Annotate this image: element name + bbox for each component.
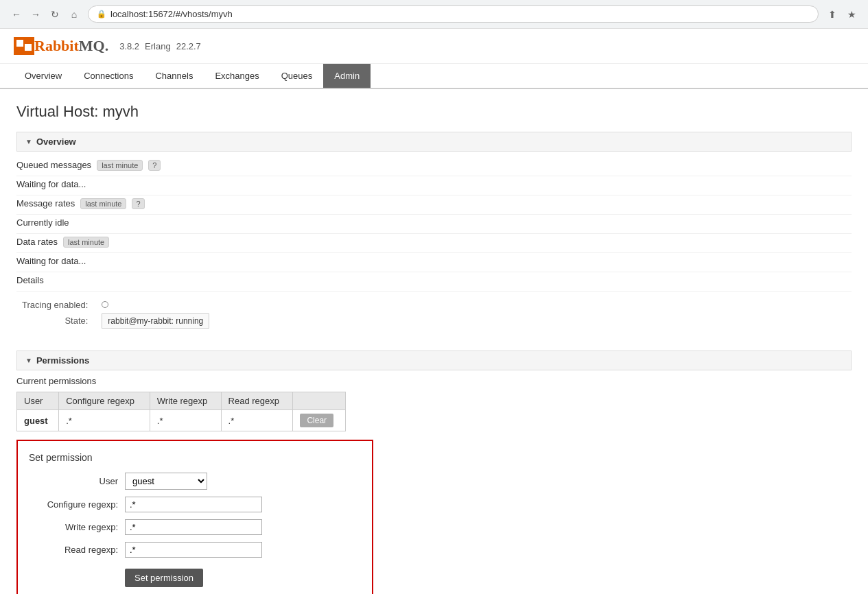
details-row: Details bbox=[16, 272, 852, 292]
data-rates-status: Waiting for data... bbox=[16, 256, 86, 266]
message-rates-row: Message rates last minute ? bbox=[16, 195, 852, 215]
svg-rect-1 bbox=[16, 40, 23, 47]
write-form-label: Write regexp: bbox=[29, 522, 125, 532]
set-permission-box: Set permission User guest Configure rege… bbox=[16, 440, 373, 594]
back-button[interactable]: ← bbox=[8, 6, 25, 23]
permissions-arrow-icon: ▼ bbox=[25, 357, 32, 364]
user-form-row: User guest bbox=[29, 473, 361, 490]
nav-overview[interactable]: Overview bbox=[14, 64, 73, 88]
svg-rect-2 bbox=[25, 44, 32, 51]
permissions-table: User Configure regexp Write regexp Read … bbox=[16, 392, 346, 431]
permissions-section-header: ▼ Permissions bbox=[16, 351, 852, 370]
permissions-table-header-row: User Configure regexp Write regexp Read … bbox=[17, 392, 346, 410]
message-rates-status: Currently idle bbox=[16, 217, 69, 228]
table-row: guest .* .* .* Clear bbox=[17, 410, 346, 431]
overview-section-body: Queued messages last minute ? Waiting fo… bbox=[16, 152, 852, 340]
col-user: User bbox=[17, 392, 59, 410]
lock-icon: 🔒 bbox=[97, 10, 106, 19]
configure-form-row: Configure regexp: bbox=[29, 497, 361, 512]
read-input[interactable] bbox=[125, 542, 262, 558]
version-number: 3.8.2 bbox=[119, 41, 139, 51]
queued-messages-badge: last minute bbox=[97, 160, 143, 171]
configure-input[interactable] bbox=[125, 497, 262, 512]
version-info: 3.8.2 Erlang 22.2.7 bbox=[119, 41, 201, 51]
user-select[interactable]: guest bbox=[125, 473, 207, 490]
write-input[interactable] bbox=[125, 519, 262, 535]
logo-icon bbox=[14, 37, 34, 55]
queued-messages-status: Waiting for data... bbox=[16, 179, 86, 189]
perm-configure: .* bbox=[59, 410, 150, 431]
overview-section-header: ▼ Overview bbox=[16, 132, 852, 152]
data-rates-badge: last minute bbox=[63, 237, 109, 248]
tracing-radio-icon bbox=[102, 301, 108, 308]
queued-messages-row: Queued messages last minute ? bbox=[16, 157, 852, 176]
browser-chrome: ← → ↻ ⌂ 🔒 localhost:15672/#/vhosts/myvh … bbox=[0, 0, 868, 29]
state-label: State: bbox=[16, 313, 96, 329]
user-form-label: User bbox=[29, 476, 125, 486]
erlang-version: 22.2.7 bbox=[176, 41, 201, 51]
configure-form-label: Configure regexp: bbox=[29, 499, 125, 510]
state-row: State: rabbit@my-rabbit: running bbox=[16, 313, 215, 329]
perm-write: .* bbox=[150, 410, 221, 431]
url-text: localhost:15672/#/vhosts/myvh bbox=[110, 9, 233, 19]
reload-button[interactable]: ↻ bbox=[47, 6, 63, 23]
message-rates-label: Message rates bbox=[16, 198, 75, 209]
browser-actions[interactable]: ⬆ ★ bbox=[824, 6, 860, 23]
browser-nav-buttons[interactable]: ← → ↻ ⌂ bbox=[8, 6, 82, 23]
current-permissions-label: Current permissions bbox=[16, 376, 852, 386]
bookmark-button[interactable]: ★ bbox=[843, 6, 860, 23]
page-title: Virtual Host: myvh bbox=[16, 103, 852, 121]
nav-admin[interactable]: Admin bbox=[323, 64, 371, 88]
permissions-section-body: Current permissions User Configure regex… bbox=[16, 370, 852, 594]
share-button[interactable]: ⬆ bbox=[824, 6, 841, 23]
overview-section-title: Overview bbox=[36, 136, 76, 147]
col-action bbox=[293, 392, 346, 410]
data-rates-status-row: Waiting for data... bbox=[16, 253, 852, 272]
set-permission-button[interactable]: Set permission bbox=[125, 569, 203, 587]
queued-messages-label: Queued messages bbox=[16, 160, 91, 170]
nav-exchanges[interactable]: Exchanges bbox=[204, 64, 270, 88]
logo-rabbit: Rabbit bbox=[34, 37, 79, 55]
main-nav: Overview Connections Channels Exchanges … bbox=[0, 64, 868, 89]
nav-channels[interactable]: Channels bbox=[144, 64, 204, 88]
perm-user: guest bbox=[17, 410, 59, 431]
forward-button[interactable]: → bbox=[27, 6, 44, 23]
data-rates-label: Data rates bbox=[16, 237, 58, 247]
read-form-row: Read regexp: bbox=[29, 542, 361, 558]
state-value: rabbit@my-rabbit: running bbox=[102, 313, 209, 329]
logo-mq: MQ. bbox=[79, 37, 108, 55]
write-form-row: Write regexp: bbox=[29, 519, 361, 535]
nav-queues[interactable]: Queues bbox=[270, 64, 324, 88]
data-rates-row: Data rates last minute bbox=[16, 234, 852, 253]
set-permission-title: Set permission bbox=[29, 452, 361, 463]
tracing-label: Tracing enabled: bbox=[16, 297, 96, 313]
address-bar[interactable]: 🔒 localhost:15672/#/vhosts/myvh bbox=[88, 5, 819, 23]
col-read: Read regexp bbox=[221, 392, 293, 410]
tracing-row: Tracing enabled: bbox=[16, 297, 215, 313]
clear-button[interactable]: Clear bbox=[300, 414, 333, 427]
page-content: Virtual Host: myvh ▼ Overview Queued mes… bbox=[0, 89, 868, 594]
message-rates-status-row: Currently idle bbox=[16, 215, 852, 234]
app-header: RabbitMQ. 3.8.2 Erlang 22.2.7 bbox=[0, 29, 868, 64]
col-configure: Configure regexp bbox=[59, 392, 150, 410]
message-rates-help[interactable]: ? bbox=[132, 198, 144, 209]
message-rates-badge: last minute bbox=[80, 198, 126, 209]
queued-messages-status-row: Waiting for data... bbox=[16, 176, 852, 195]
queued-messages-help[interactable]: ? bbox=[148, 160, 161, 171]
nav-connections[interactable]: Connections bbox=[73, 64, 144, 88]
permissions-section-title: Permissions bbox=[36, 355, 89, 366]
col-write: Write regexp bbox=[150, 392, 221, 410]
read-form-label: Read regexp: bbox=[29, 545, 125, 555]
logo: RabbitMQ. bbox=[14, 37, 108, 55]
details-table: Tracing enabled: State: rabbit@my-rabbit… bbox=[16, 297, 215, 329]
perm-read: .* bbox=[221, 410, 293, 431]
details-label: Details bbox=[16, 275, 44, 285]
erlang-label: Erlang bbox=[145, 41, 171, 51]
home-button[interactable]: ⌂ bbox=[66, 6, 82, 23]
overview-arrow-icon: ▼ bbox=[25, 138, 32, 145]
